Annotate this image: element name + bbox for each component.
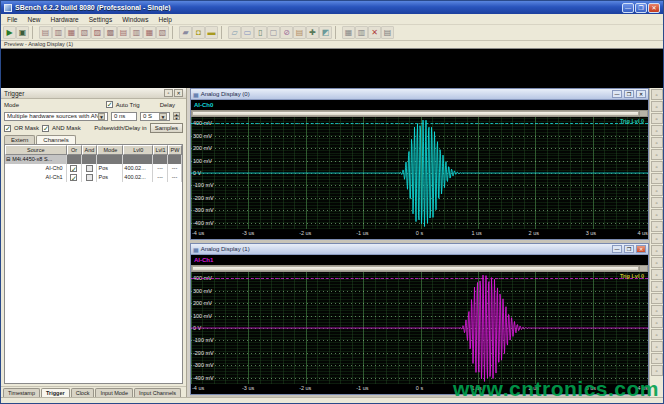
column-header-mode[interactable]: Mode <box>97 145 123 155</box>
side-toolbar-button[interactable]: ▫ <box>651 257 663 268</box>
card-icon-4[interactable]: ▧ <box>78 26 91 39</box>
menu-new[interactable]: New <box>23 16 44 23</box>
column-header-and[interactable]: And <box>82 145 98 155</box>
side-toolbar-button[interactable]: ▫ <box>651 305 663 316</box>
or-checkbox[interactable] <box>70 165 77 172</box>
close-icon[interactable]: ✕ <box>636 90 646 98</box>
tab-timestamp[interactable]: Timestamp <box>3 388 40 397</box>
waveform-plot-ch1[interactable]: 400 mV300 mV200 mV100 mV0 V-100 mV-200 m… <box>191 272 648 384</box>
side-toolbar-button[interactable]: ▫ <box>651 89 663 100</box>
side-toolbar-button[interactable]: ▫ <box>651 365 663 376</box>
auto-trig-checkbox[interactable] <box>106 101 113 108</box>
samples-button[interactable]: Samples <box>150 123 183 133</box>
tab-channels[interactable]: Channels <box>36 135 75 144</box>
column-header-or[interactable]: Or <box>67 145 82 155</box>
side-toolbar-button[interactable]: ▫ <box>651 185 663 196</box>
card-icon-9[interactable]: ▦ <box>143 26 156 39</box>
side-toolbar-button[interactable]: ▫ <box>651 113 663 124</box>
layout-icon[interactable]: ▢ <box>267 26 280 39</box>
table-row[interactable]: AI-Ch0Pos400.02...------ <box>5 164 182 173</box>
and-mask-checkbox[interactable] <box>42 125 49 132</box>
waveform-plot-ch0[interactable]: 400 mV300 mV200 mV100 mV0 V-100 mV-200 m… <box>191 117 648 229</box>
side-toolbar-button[interactable]: ▫ <box>651 149 663 160</box>
delay-spinner[interactable]: ▲▼ <box>173 112 180 120</box>
side-toolbar-button[interactable]: ▫ <box>651 233 663 244</box>
display-icon-1[interactable]: ▱ <box>228 26 241 39</box>
menu-file[interactable]: File <box>3 16 21 23</box>
side-toolbar-button[interactable]: ▫ <box>651 161 663 172</box>
trigger-mode-select[interactable]: Multiple hardware sources with AND/OR ▼ <box>4 112 108 121</box>
scrollbar-thumb[interactable] <box>192 111 639 116</box>
chevron-down-icon[interactable]: ▼ <box>98 113 105 120</box>
tab-clock[interactable]: Clock <box>71 388 95 397</box>
card-icon-5[interactable]: ▨ <box>91 26 104 39</box>
maximize-icon[interactable]: ❐ <box>624 90 634 98</box>
card-icon-7[interactable]: ▤ <box>117 26 130 39</box>
crosshair-icon[interactable]: ✚ <box>306 26 319 39</box>
window-icon[interactable]: ▤ <box>381 26 394 39</box>
minimize-icon[interactable]: — <box>612 245 622 253</box>
tab-input-channels[interactable]: Input Channels <box>134 388 181 397</box>
column-header-lvl1[interactable]: Lvl1 <box>153 145 168 155</box>
card-icon-6[interactable]: ▩ <box>104 26 117 39</box>
panel-close-icon[interactable]: ✕ <box>174 89 183 97</box>
tab-extern[interactable]: Extern <box>4 135 35 144</box>
card-icon-10[interactable]: ▧ <box>156 26 169 39</box>
side-toolbar-button[interactable]: ▫ <box>651 353 663 364</box>
scrollbar-end[interactable] <box>639 266 647 271</box>
side-toolbar-button[interactable]: ▫ <box>651 281 663 292</box>
start-icon[interactable]: ▶ <box>3 26 16 39</box>
menu-help[interactable]: Help <box>155 16 176 23</box>
menu-settings[interactable]: Settings <box>85 16 117 23</box>
card-icon-3[interactable]: ▦ <box>65 26 78 39</box>
side-toolbar-button[interactable]: ▫ <box>651 329 663 340</box>
close-display-icon[interactable]: ✕ <box>368 26 381 39</box>
tab-trigger[interactable]: Trigger <box>41 388 70 397</box>
side-toolbar-button[interactable]: ▫ <box>651 221 663 232</box>
stop-icon[interactable]: ▣ <box>16 26 29 39</box>
side-toolbar-button[interactable]: ▫ <box>651 269 663 280</box>
and-checkbox[interactable] <box>86 174 93 181</box>
table-row[interactable]: AI-Ch1Pos400.02...------ <box>5 173 182 182</box>
delay-value-field[interactable]: 0 ns <box>111 112 137 121</box>
zoom-icon[interactable]: ⊘ <box>280 26 293 39</box>
scrollbar-thumb[interactable] <box>192 266 639 271</box>
side-toolbar-button[interactable]: ▫ <box>651 173 663 184</box>
side-toolbar-button[interactable]: ▫ <box>651 197 663 208</box>
display-title-bar[interactable]: ▦ Analog Display (1) — ❐ ✕ <box>191 244 648 255</box>
card-icon-2[interactable]: ▥ <box>52 26 65 39</box>
cursor-icon[interactable]: ▯ <box>254 26 267 39</box>
table-group-row[interactable]: ⊟ M4i.4450-x8 S... <box>5 155 182 164</box>
column-header-lvl0[interactable]: Lvl0 <box>123 145 153 155</box>
maximize-icon[interactable]: ❐ <box>635 3 647 13</box>
save-icon[interactable]: ◘ <box>192 26 205 39</box>
horizontal-scrollbar[interactable] <box>191 265 648 272</box>
column-header-pw[interactable]: PW <box>168 145 182 155</box>
export-icon[interactable]: ▰ <box>179 26 192 39</box>
tab-input-mode[interactable]: Input Mode <box>95 388 133 397</box>
minimize-icon[interactable]: — <box>622 3 634 13</box>
or-checkbox[interactable] <box>70 174 77 181</box>
preview-area[interactable] <box>1 48 663 88</box>
side-toolbar-button[interactable]: ▫ <box>651 209 663 220</box>
chevron-down-icon[interactable]: ▼ <box>159 113 167 120</box>
menu-hardware[interactable]: Hardware <box>47 16 83 23</box>
side-toolbar-button[interactable]: ▫ <box>651 125 663 136</box>
grid-icon[interactable]: ▦ <box>342 26 355 39</box>
delay-unit-field[interactable]: 0 S ▼ <box>140 112 170 121</box>
display-title-bar[interactable]: ▦ Analog Display (0) — ❐ ✕ <box>191 89 648 100</box>
menu-windows[interactable]: Windows <box>118 16 152 23</box>
notes-icon[interactable]: ▤ <box>293 26 306 39</box>
horizontal-scrollbar[interactable] <box>191 110 648 117</box>
side-toolbar-button[interactable]: ▫ <box>651 245 663 256</box>
close-icon[interactable]: ✕ <box>636 245 646 253</box>
column-header-source[interactable]: Source <box>5 145 67 155</box>
side-toolbar-button[interactable]: ▫ <box>651 293 663 304</box>
panel-float-icon[interactable]: ▫ <box>164 89 173 97</box>
and-checkbox[interactable] <box>86 165 93 172</box>
side-toolbar-button[interactable]: ▫ <box>651 101 663 112</box>
save-all-icon[interactable]: ▬ <box>205 26 218 39</box>
close-icon[interactable]: ✕ <box>648 3 660 13</box>
side-toolbar-button[interactable]: ▫ <box>651 137 663 148</box>
display-icon-2[interactable]: ▭ <box>241 26 254 39</box>
